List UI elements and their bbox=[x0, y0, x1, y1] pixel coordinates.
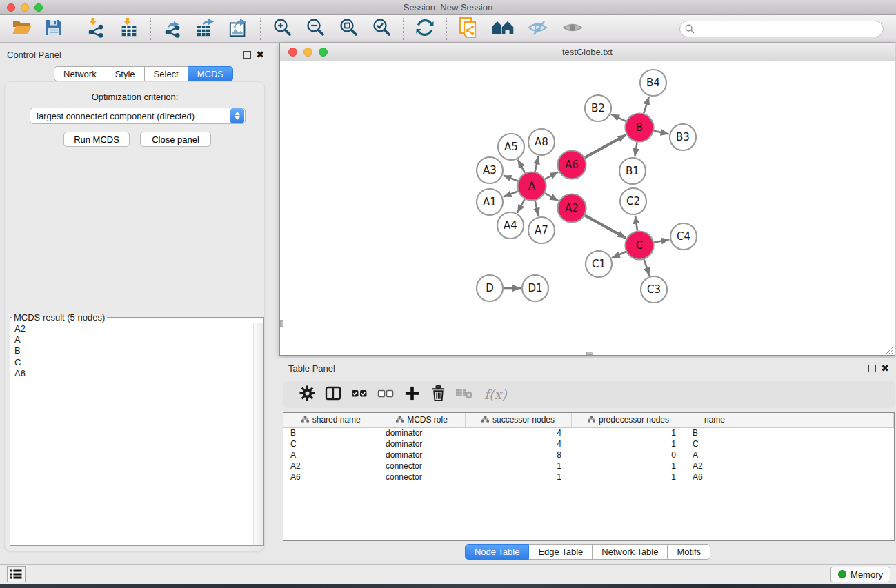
tab-network[interactable]: Network bbox=[54, 66, 106, 81]
function-builder-button[interactable]: f(x) bbox=[479, 383, 512, 406]
create-column-button[interactable] bbox=[400, 383, 424, 406]
mcds-result-item[interactable]: C bbox=[14, 357, 253, 368]
zoom-in-button[interactable] bbox=[266, 17, 299, 41]
open-session-button[interactable] bbox=[6, 17, 39, 41]
hide-graphics-details-button[interactable] bbox=[521, 17, 555, 41]
graph-edge-A-A2[interactable] bbox=[545, 193, 558, 201]
close-panel-icon[interactable]: ✖ bbox=[256, 51, 264, 59]
graph-edge-A-A8[interactable] bbox=[535, 156, 539, 172]
graph-node-B2[interactable]: B2 bbox=[585, 95, 611, 121]
graph-node-C1[interactable]: C1 bbox=[586, 251, 612, 277]
import-network-button[interactable] bbox=[79, 17, 112, 41]
tab-select[interactable]: Select bbox=[145, 66, 188, 81]
graph-node-B[interactable]: B bbox=[626, 114, 654, 142]
column-header-mcds-role[interactable]: MCDS role bbox=[379, 413, 465, 427]
graph-node-A5[interactable]: A5 bbox=[498, 134, 524, 160]
refresh-view-button[interactable] bbox=[408, 17, 441, 41]
network-window-titlebar[interactable]: testGlobe.txt bbox=[280, 43, 895, 61]
tab-style[interactable]: Style bbox=[106, 66, 145, 81]
graph-edge-A6-B[interactable] bbox=[585, 135, 626, 158]
tab-network-table[interactable]: Network Table bbox=[593, 544, 668, 560]
graph-edge-C-C1[interactable] bbox=[612, 252, 626, 258]
graph-edge-A-A3[interactable] bbox=[504, 175, 518, 181]
show-graphics-details-button[interactable] bbox=[555, 17, 590, 41]
graph-node-C3[interactable]: C3 bbox=[641, 276, 667, 303]
search-input[interactable] bbox=[679, 21, 884, 37]
graph-node-A6[interactable]: A6 bbox=[558, 151, 586, 179]
float-panel-icon[interactable] bbox=[243, 51, 251, 59]
table-row[interactable]: Bdominator41B bbox=[283, 427, 894, 438]
graph-edge-C-C3[interactable] bbox=[644, 259, 650, 276]
table-row[interactable]: A6connector11A6 bbox=[283, 472, 894, 483]
canvas-scroll-indicator[interactable] bbox=[280, 320, 283, 327]
result-scrollbar[interactable] bbox=[253, 323, 263, 545]
new-network-from-selection-button[interactable] bbox=[452, 17, 485, 41]
column-header-predecessor-nodes[interactable]: predecessor nodes bbox=[571, 413, 686, 427]
zoom-out-button[interactable] bbox=[299, 17, 332, 41]
tab-mcds[interactable]: MCDS bbox=[188, 66, 233, 81]
graph-edge-A-A7[interactable] bbox=[535, 201, 539, 216]
export-network-button[interactable] bbox=[156, 17, 189, 41]
tab-motifs[interactable]: Motifs bbox=[668, 544, 710, 560]
graph-edge-A-A4[interactable] bbox=[517, 199, 525, 213]
graph-node-A8[interactable]: A8 bbox=[528, 129, 555, 155]
tab-node-table[interactable]: Node Table bbox=[465, 544, 530, 560]
graph-node-A3[interactable]: A3 bbox=[477, 157, 503, 183]
graph-edge-B-B2[interactable] bbox=[611, 114, 626, 121]
graph-node-A2[interactable]: A2 bbox=[558, 194, 586, 223]
table-row[interactable]: Cdominator41C bbox=[283, 438, 894, 449]
tab-edge-table[interactable]: Edge Table bbox=[529, 544, 593, 560]
graph-edge-A-A1[interactable] bbox=[504, 192, 518, 197]
close-panel-button[interactable]: Close panel bbox=[140, 132, 211, 147]
criterion-dropdown[interactable]: largest connected component (directed) bbox=[30, 108, 246, 124]
close-panel-icon[interactable]: ✖ bbox=[881, 365, 889, 372]
table-row[interactable]: A2connector11A2 bbox=[283, 460, 894, 472]
graph-node-A[interactable]: A bbox=[518, 172, 546, 201]
graph-edge-B-B4[interactable] bbox=[644, 97, 649, 113]
deselect-all-rows-button[interactable] bbox=[374, 383, 397, 406]
mcds-result-item[interactable]: A2 bbox=[14, 323, 253, 334]
graph-edge-C-C4[interactable] bbox=[654, 239, 669, 243]
memory-button[interactable]: Memory bbox=[830, 567, 890, 582]
mcds-result-item[interactable]: A bbox=[14, 334, 253, 345]
table-row[interactable]: Adominator80A bbox=[283, 449, 894, 460]
zoom-selected-button[interactable] bbox=[365, 17, 398, 41]
delete-column-button[interactable] bbox=[426, 383, 450, 406]
mcds-result-item[interactable]: A6 bbox=[14, 368, 253, 379]
table-settings-button[interactable] bbox=[295, 383, 319, 406]
graph-node-C4[interactable]: C4 bbox=[670, 223, 697, 250]
graph-edge-B-B1[interactable] bbox=[635, 142, 637, 156]
export-table-button[interactable] bbox=[189, 17, 222, 41]
column-header-name[interactable]: name bbox=[686, 413, 744, 427]
graph-edge-A-A6[interactable] bbox=[545, 172, 558, 179]
resize-grip-icon[interactable] bbox=[884, 345, 894, 354]
show-task-history-button[interactable] bbox=[7, 566, 26, 582]
graph-edge-C-C2[interactable] bbox=[635, 216, 637, 231]
select-all-rows-button[interactable] bbox=[348, 383, 371, 406]
graph-edge-A2-C[interactable] bbox=[585, 215, 626, 238]
graph-edge-B-B3[interactable] bbox=[654, 131, 669, 134]
graph-node-A7[interactable]: A7 bbox=[528, 217, 555, 243]
graph-node-B3[interactable]: B3 bbox=[670, 124, 696, 150]
show-column-button[interactable] bbox=[321, 383, 345, 406]
graph-node-C[interactable]: C bbox=[626, 232, 654, 260]
graph-node-D1[interactable]: D1 bbox=[522, 275, 548, 301]
import-table-button[interactable] bbox=[112, 17, 146, 41]
show-all-networks-button[interactable] bbox=[485, 17, 521, 41]
run-mcds-button[interactable]: Run MCDS bbox=[63, 132, 130, 147]
export-image-button[interactable] bbox=[222, 17, 255, 41]
graph-node-A4[interactable]: A4 bbox=[497, 212, 524, 239]
graph-node-C2[interactable]: C2 bbox=[620, 188, 646, 214]
canvas-scroll-indicator[interactable] bbox=[586, 352, 593, 355]
graph-node-D[interactable]: D bbox=[477, 275, 503, 301]
save-session-button[interactable] bbox=[39, 17, 69, 41]
column-header-shared-name[interactable]: shared name bbox=[283, 413, 379, 427]
mcds-result-item[interactable]: B bbox=[14, 345, 253, 356]
graph-edge-A-A5[interactable] bbox=[518, 160, 525, 173]
column-header-successor-nodes[interactable]: successor nodes bbox=[465, 413, 571, 427]
float-panel-icon[interactable] bbox=[868, 365, 876, 372]
zoom-fit-button[interactable] bbox=[332, 17, 365, 41]
graph-node-B4[interactable]: B4 bbox=[640, 70, 666, 96]
graph-node-B1[interactable]: B1 bbox=[619, 158, 646, 184]
delete-table-button[interactable] bbox=[452, 383, 476, 406]
